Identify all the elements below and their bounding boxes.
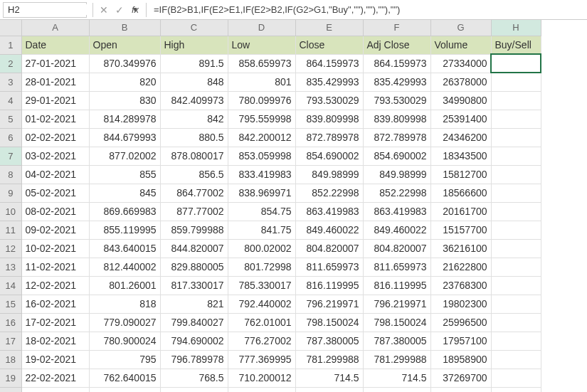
row-header-17[interactable]: 17 (0, 332, 21, 350)
cell[interactable]: 37269700 (430, 369, 491, 387)
cell[interactable]: 780.099976 (228, 91, 295, 110)
cell[interactable] (491, 350, 541, 369)
cell[interactable]: 762.01001 (228, 313, 295, 332)
col-header-G[interactable]: G (430, 20, 491, 36)
cell[interactable]: 24346200 (430, 128, 491, 147)
cell[interactable]: 839.809998 (363, 110, 430, 128)
cell[interactable] (491, 147, 541, 165)
cell[interactable]: 842.409973 (160, 91, 228, 110)
cell[interactable]: 872.789978 (363, 128, 430, 147)
cell[interactable]: Date (21, 36, 89, 54)
cell[interactable] (491, 73, 541, 91)
cell[interactable]: 839.809998 (295, 110, 363, 128)
cell[interactable]: 833.419983 (228, 165, 295, 184)
cell[interactable]: 17957100 (430, 332, 491, 350)
cell[interactable]: 18566600 (430, 184, 491, 202)
cell[interactable]: 66606900 (430, 387, 491, 392)
cell[interactable]: 796.789978 (160, 350, 228, 369)
cell[interactable] (491, 313, 541, 332)
cell[interactable]: 795.559998 (228, 110, 295, 128)
cell[interactable]: 779.090027 (89, 313, 160, 332)
cell[interactable]: 714.5 (363, 369, 430, 387)
cell[interactable]: 794.690002 (160, 332, 228, 350)
cell[interactable]: 855 (89, 165, 160, 184)
formula-input[interactable] (149, 4, 587, 15)
spreadsheet-grid[interactable]: A B C D E F G H 1 Date Open High Low Clo… (0, 20, 587, 392)
cell[interactable]: 816.119995 (295, 276, 363, 295)
cell[interactable]: 25391400 (430, 110, 491, 128)
cell[interactable] (491, 369, 541, 387)
row-header-15[interactable]: 15 (0, 295, 21, 313)
cell[interactable]: 787.380005 (295, 332, 363, 350)
cell[interactable]: 844.679993 (89, 128, 160, 147)
row-header-3[interactable]: 3 (0, 73, 21, 91)
cell[interactable]: 777.369995 (228, 350, 295, 369)
cell[interactable]: 835.429993 (363, 73, 430, 91)
cell[interactable]: 801.26001 (89, 276, 160, 295)
cell[interactable]: 21622800 (430, 258, 491, 276)
row-header-7[interactable]: 7 (0, 147, 21, 165)
cell[interactable]: 800.02002 (228, 239, 295, 258)
cell[interactable]: 859.799988 (160, 221, 228, 239)
row-header-1[interactable]: 1 (0, 36, 21, 54)
cell[interactable]: High (160, 36, 228, 54)
cell[interactable]: 03-02-2021 (21, 147, 89, 165)
cell[interactable]: Close (295, 36, 363, 54)
cell[interactable]: 849.460022 (363, 221, 430, 239)
cell[interactable]: 01-02-2021 (21, 110, 89, 128)
cell[interactable]: 838.969971 (228, 184, 295, 202)
cell[interactable] (491, 165, 541, 184)
cell[interactable]: 870.349976 (89, 54, 160, 73)
row-header-4[interactable]: 4 (0, 91, 21, 110)
cell[interactable]: 713.609985 (160, 387, 228, 392)
cell[interactable]: 804.820007 (363, 239, 430, 258)
cell[interactable]: 811.659973 (363, 258, 430, 276)
cell[interactable]: 801 (228, 73, 295, 91)
cell[interactable]: 18343500 (430, 147, 491, 165)
cell[interactable]: 798.150024 (363, 313, 430, 332)
row-header-2[interactable]: 2 (0, 54, 21, 73)
cell[interactable]: 842 (160, 110, 228, 128)
cell[interactable] (491, 184, 541, 202)
cell[interactable]: 26378000 (430, 73, 491, 91)
cell[interactable]: 22-02-2021 (21, 369, 89, 387)
cell[interactable]: 877.77002 (160, 202, 228, 221)
cell[interactable]: 880.5 (160, 128, 228, 147)
cell[interactable]: 762.640015 (89, 369, 160, 387)
cell[interactable]: 854.690002 (363, 147, 430, 165)
col-header-E[interactable]: E (295, 20, 363, 36)
cell[interactable]: 820 (89, 73, 160, 91)
fx-icon[interactable]: fx (127, 2, 143, 18)
cell[interactable]: 863.419983 (295, 202, 363, 221)
cell[interactable]: 17-02-2021 (21, 313, 89, 332)
cell[interactable] (491, 110, 541, 128)
cell[interactable]: 856.5 (160, 165, 228, 184)
cell[interactable] (491, 295, 541, 313)
cell[interactable]: 858.659973 (228, 54, 295, 73)
cell[interactable]: 27-01-2021 (21, 54, 89, 73)
cell[interactable]: 781.299988 (363, 350, 430, 369)
cell[interactable]: 05-02-2021 (21, 184, 89, 202)
cell[interactable]: 796.219971 (295, 295, 363, 313)
cell[interactable]: 816.119995 (363, 276, 430, 295)
cell[interactable]: 12-02-2021 (21, 276, 89, 295)
cell[interactable]: 821 (160, 295, 228, 313)
cell[interactable]: 891.5 (160, 54, 228, 73)
cell[interactable]: Volume (430, 36, 491, 54)
row-header-20[interactable]: 20 (0, 387, 21, 392)
row-header-13[interactable]: 13 (0, 258, 21, 276)
cell[interactable]: 798.150024 (295, 313, 363, 332)
cell[interactable] (491, 387, 541, 392)
cell[interactable]: 849.460022 (295, 221, 363, 239)
cell[interactable]: 795 (89, 350, 160, 369)
cell[interactable]: 18-02-2021 (21, 332, 89, 350)
cell[interactable]: Buy/Sell (491, 36, 541, 54)
cell[interactable]: 854.690002 (295, 147, 363, 165)
cell[interactable]: 08-02-2021 (21, 202, 89, 221)
cell[interactable]: 25996500 (430, 313, 491, 332)
cell[interactable] (491, 239, 541, 258)
cell[interactable] (491, 128, 541, 147)
cell[interactable]: 36216100 (430, 239, 491, 258)
cell[interactable]: 793.530029 (295, 91, 363, 110)
cell[interactable]: 878.080017 (160, 147, 228, 165)
